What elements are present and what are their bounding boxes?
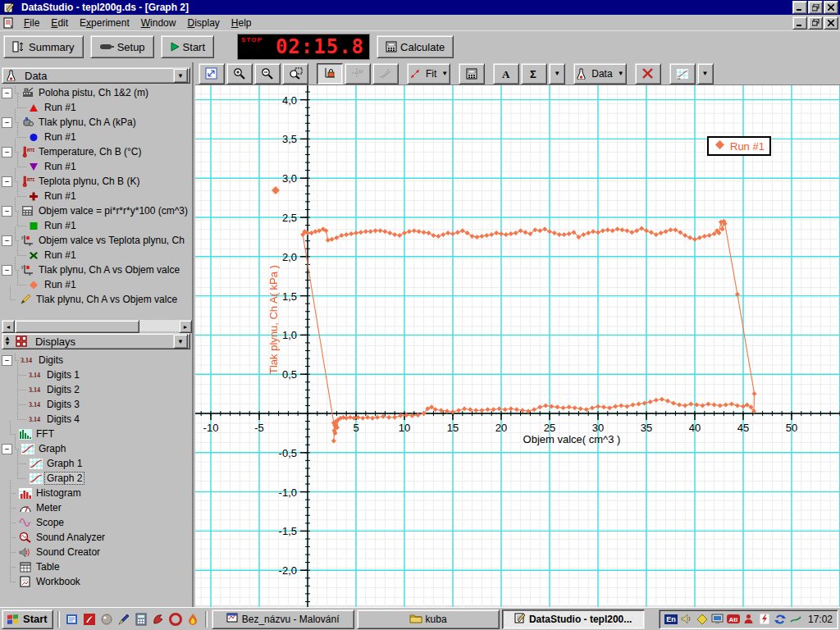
- data-item-run-1[interactable]: Run #1: [0, 100, 192, 115]
- restore-icon[interactable]: [808, 1, 823, 14]
- data-tree-hscrollbar[interactable]: ◄ ►: [2, 320, 192, 331]
- person-icon[interactable]: [742, 613, 756, 626]
- pdf-icon[interactable]: [81, 611, 98, 628]
- task-button-kuba[interactable]: kuba: [357, 609, 500, 629]
- data-item-run-1[interactable]: Run #1: [0, 159, 192, 174]
- volume-icon[interactable]: [680, 613, 693, 626]
- menu-item-display[interactable]: Display: [181, 16, 225, 30]
- expand-collapse-icon[interactable]: −: [2, 117, 12, 128]
- menu-item-file[interactable]: File: [18, 16, 45, 30]
- lightning-icon[interactable]: [758, 613, 771, 626]
- displays-item-digits[interactable]: −3.14Digits: [0, 353, 192, 368]
- calculate-button[interactable]: Calculate: [377, 35, 454, 58]
- expand-collapse-icon[interactable]: −: [2, 88, 12, 98]
- zoom-select-button[interactable]: [282, 63, 308, 84]
- scrollbar-thumb[interactable]: [15, 320, 139, 333]
- expand-collapse-icon[interactable]: −: [2, 176, 12, 187]
- expand-collapse-icon[interactable]: −: [2, 235, 12, 246]
- expand-collapse-icon[interactable]: −: [2, 444, 12, 454]
- task-button-bez-n-zvu-malov-n[interactable]: Bez_názvu - Malování: [212, 609, 354, 629]
- data-item-objem-valce-pi-r-r-y-100-cm-3[interactable]: −Objem valce = pi*r*r*y*100 (cm^3): [0, 203, 192, 218]
- expand-collapse-icon[interactable]: −: [2, 206, 12, 217]
- opera-icon[interactable]: [167, 611, 184, 628]
- displays-item-graph-2[interactable]: Graph 2: [0, 471, 192, 486]
- displays-panel-dropdown-icon[interactable]: ▼: [173, 334, 188, 349]
- summary-button[interactable]: Summary: [3, 35, 84, 58]
- expand-collapse-icon[interactable]: −: [2, 265, 12, 276]
- data-item-temperature-ch-b-c[interactable]: −RTDTemperature, Ch B (°C): [0, 144, 192, 159]
- data-item-run-1[interactable]: Run #1: [0, 248, 192, 262]
- displays-item-scope[interactable]: Scope: [0, 515, 192, 530]
- menu-item-experiment[interactable]: Experiment: [74, 16, 135, 30]
- displays-item-digits-4[interactable]: 3.14Digits 4: [0, 412, 192, 427]
- y-axis-title[interactable]: Tlak plynu, Ch A( kPa ): [267, 197, 282, 443]
- menu-item-window[interactable]: Window: [135, 16, 182, 30]
- data-item-tlak-plynu-ch-a-vs-objem-valce[interactable]: −yxTlak plynu, Ch A vs Objem valce: [0, 262, 192, 277]
- x-axis-title[interactable]: Objem valce( cm^3 ): [490, 433, 654, 445]
- displays-item-graph[interactable]: −Graph: [0, 441, 192, 456]
- menu-item-help[interactable]: Help: [226, 16, 258, 30]
- data-item-poloha-pistu-ch-1-2-m[interactable]: −Poloha pistu, Ch 1&2 (m): [0, 85, 192, 100]
- remove-button[interactable]: [635, 63, 661, 84]
- ati-icon[interactable]: Ati: [727, 613, 740, 626]
- minimize-icon[interactable]: [792, 1, 807, 14]
- data-item-tlak-plynu-ch-a-kpa[interactable]: −Tlak plynu, Ch A (kPa): [0, 115, 192, 130]
- scheduler-icon[interactable]: [696, 613, 709, 626]
- data-panel-dropdown-icon[interactable]: ▼: [173, 68, 188, 83]
- graph-settings-dropdown-icon[interactable]: ▼: [697, 63, 714, 84]
- keyboard-layout-indicator[interactable]: En: [664, 613, 678, 626]
- displays-item-meter[interactable]: Meter: [0, 500, 192, 515]
- displays-item-sound-analyzer[interactable]: Sound Analyzer: [0, 530, 192, 545]
- displays-item-digits-1[interactable]: 3.14Digits 1: [0, 368, 192, 382]
- fit-menu-dropdown-icon[interactable]: ▼: [441, 71, 448, 77]
- statistics-button[interactable]: Σ: [521, 63, 547, 84]
- calculator-button[interactable]: [459, 63, 485, 84]
- displays-item-table[interactable]: Table: [0, 559, 192, 574]
- child-minimize-icon[interactable]: [792, 16, 807, 30]
- data-item-run-1[interactable]: Run #1: [0, 277, 192, 292]
- scroll-right-icon[interactable]: ►: [179, 320, 192, 333]
- expand-collapse-icon[interactable]: −: [2, 355, 12, 366]
- legend-box[interactable]: Run #1: [707, 136, 771, 156]
- editor-icon[interactable]: [64, 611, 80, 628]
- data-menu-dropdown-icon[interactable]: ▼: [618, 71, 624, 77]
- close-icon[interactable]: [824, 1, 838, 14]
- start-button[interactable]: Start: [161, 35, 214, 58]
- data-panel-header[interactable]: Data ▼: [2, 67, 190, 84]
- graph-display[interactable]: -10-55101520253035404550-2,0-1,5-1,0-0,5…: [195, 85, 840, 607]
- data-menu-button[interactable]: Data▼: [573, 63, 626, 84]
- task-button-datastudio-tepl200[interactable]: DataStudio - tepl200...: [502, 609, 645, 629]
- data-item-tlak-plynu-ch-a-vs-objem-valce[interactable]: Tlak plynu, Ch A vs Objem valce: [0, 292, 192, 307]
- displays-item-digits-2[interactable]: 3.14Digits 2: [0, 382, 192, 397]
- start-menu-button[interactable]: Start: [2, 609, 53, 629]
- graph-settings-button[interactable]: [669, 63, 696, 84]
- flame-icon[interactable]: [185, 611, 201, 628]
- expand-collapse-icon[interactable]: −: [2, 147, 12, 158]
- plot-canvas[interactable]: -10-55101520253035404550-2,0-1,5-1,0-0,5…: [195, 85, 840, 607]
- data-item-run-1[interactable]: Run #1: [0, 189, 192, 203]
- displays-item-workbook[interactable]: Workbook: [0, 574, 192, 589]
- data-item-objem-valce-vs-teplota-plynu-ch[interactable]: −yxObjem valce vs Teplota plynu, Ch: [0, 233, 192, 248]
- text-tool-button[interactable]: A: [493, 63, 519, 84]
- calculator-icon[interactable]: [133, 611, 149, 628]
- displays-item-histogram[interactable]: Histogram: [0, 486, 192, 500]
- statistics-dropdown-icon[interactable]: ▼: [549, 63, 565, 84]
- dragon-icon[interactable]: [150, 611, 167, 628]
- axis-lock-button[interactable]: [317, 63, 343, 84]
- displays-item-fft[interactable]: FFT: [0, 427, 192, 441]
- data-item-teplota-plynu-ch-b-k[interactable]: −RTDTeplota plynu, Ch B (K): [0, 174, 192, 189]
- data-item-run-1[interactable]: Run #1: [0, 130, 192, 144]
- displays-item-digits-3[interactable]: 3.14Digits 3: [0, 397, 192, 412]
- displays-item-graph-1[interactable]: Graph 1: [0, 456, 192, 471]
- zoom-out-button[interactable]: [254, 63, 281, 84]
- fit-menu-button[interactable]: Fit▼: [407, 63, 450, 84]
- child-close-icon[interactable]: [824, 16, 838, 30]
- data-item-run-1[interactable]: Run #1: [0, 218, 192, 233]
- splitter-grip-icon[interactable]: ▲▼: [4, 336, 11, 345]
- child-restore-icon[interactable]: [808, 16, 823, 30]
- zoom-in-button[interactable]: [226, 63, 253, 84]
- scale-to-fit-button[interactable]: [199, 63, 225, 84]
- displays-panel-header[interactable]: ▲▼ Displays ▼: [2, 333, 190, 349]
- scroll-left-icon[interactable]: ◄: [2, 320, 15, 333]
- pen-green-icon[interactable]: [789, 613, 802, 626]
